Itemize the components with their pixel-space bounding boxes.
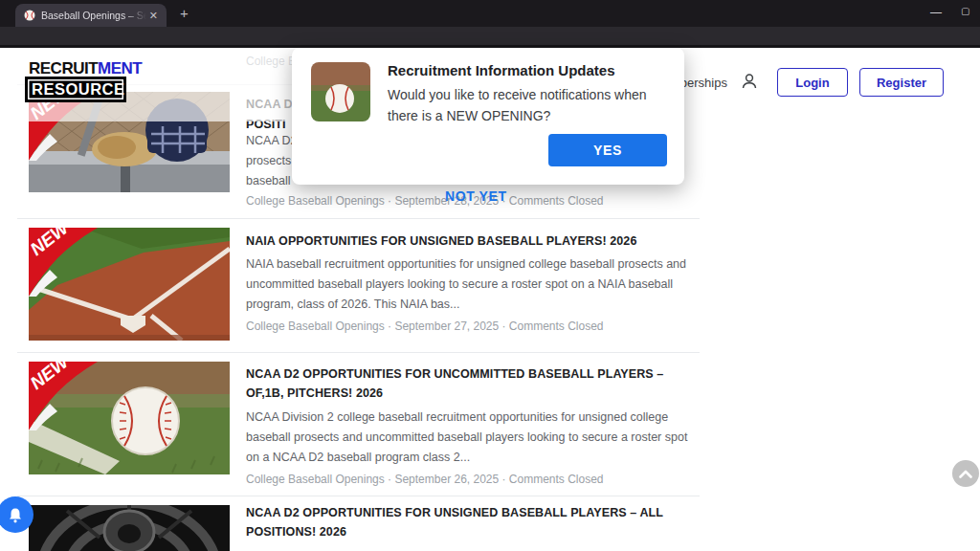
- dialog-thumbnail: [311, 62, 370, 121]
- new-tab-icon[interactable]: +: [180, 7, 189, 20]
- login-button[interactable]: Login: [777, 68, 848, 97]
- article-desc: NCAA Division 2 college baseball recruit…: [246, 546, 688, 551]
- tab-title: Baseball Openings – See Colleg: [41, 10, 146, 21]
- article-meta: College Baseball Openings · September 26…: [246, 473, 688, 486]
- article-desc: NAIA baseball recruitment opportunities …: [246, 254, 688, 315]
- dialog-title: Recruitment Information Updates: [388, 62, 615, 78]
- new-ribbon-badge: NEW: [29, 228, 98, 297]
- article-desc-fragment: NCAA D2: [246, 131, 298, 151]
- browser-tab[interactable]: Baseball Openings – See Colleg ✕: [15, 4, 167, 27]
- maximize-icon[interactable]: ▢: [961, 6, 969, 16]
- logo-recruitment: RECRUITMENT: [27, 59, 144, 78]
- article-thumbnail-diamond[interactable]: NEW: [29, 228, 230, 341]
- catchers-mitt-photo: [29, 505, 230, 551]
- browser-toolbar: → ⟳ collegebaseballopenings.com/baseball…: [0, 27, 980, 45]
- baseball-favicon-icon: [24, 10, 35, 21]
- article-title[interactable]: NCAA D2 OPPORTUNITIES FOR UNSIGNED BASEB…: [246, 503, 688, 541]
- tab-strip: Baseball Openings – See Colleg ✕ + — ▢: [0, 0, 980, 27]
- article-desc-fragment: baseball: [246, 171, 291, 191]
- chevron-up-icon: [959, 470, 972, 478]
- scroll-to-top-button[interactable]: [952, 460, 979, 487]
- site-logo[interactable]: RECRUITMENT RESOURCE: [27, 59, 144, 100]
- new-ribbon-badge: NEW: [29, 362, 98, 430]
- article-separator: [17, 218, 700, 219]
- dialog-body: Would you like to receive notifications …: [388, 84, 675, 126]
- article-desc: NCAA Division 2 college baseball recruit…: [246, 408, 688, 468]
- article-desc-fragment: prosects: [246, 151, 291, 171]
- article-title[interactable]: NCAA D2 OPPORTUNITIES FOR UNCOMMITTED BA…: [246, 364, 688, 403]
- article-title[interactable]: NAIA OPPORTUNITIES FOR UNSIGNED BASEBALL…: [246, 231, 688, 251]
- article-meta: College Baseball Openings · September 28…: [246, 194, 604, 208]
- notification-permission-dialog: Recruitment Information Updates Would yo…: [292, 48, 684, 185]
- register-button[interactable]: Register: [859, 68, 944, 97]
- bell-icon: [8, 507, 23, 523]
- article-separator: [17, 352, 700, 353]
- user-icon[interactable]: [741, 73, 758, 90]
- yes-button[interactable]: YES: [548, 134, 667, 166]
- logo-resource: RESOURCE: [27, 78, 124, 100]
- article-meta: College Baseball Openings · September 27…: [246, 320, 688, 333]
- minimize-icon[interactable]: —: [930, 6, 942, 19]
- browser-window: Baseball Openings – See Colleg ✕ + — ▢ →…: [0, 0, 980, 551]
- not-yet-button[interactable]: NOT YET: [445, 188, 507, 204]
- tab-close-icon[interactable]: ✕: [146, 10, 161, 22]
- article-separator: [17, 496, 700, 496]
- article-thumbnail-mitt[interactable]: [29, 505, 230, 551]
- article-thumbnail-baseball[interactable]: NEW: [29, 362, 230, 474]
